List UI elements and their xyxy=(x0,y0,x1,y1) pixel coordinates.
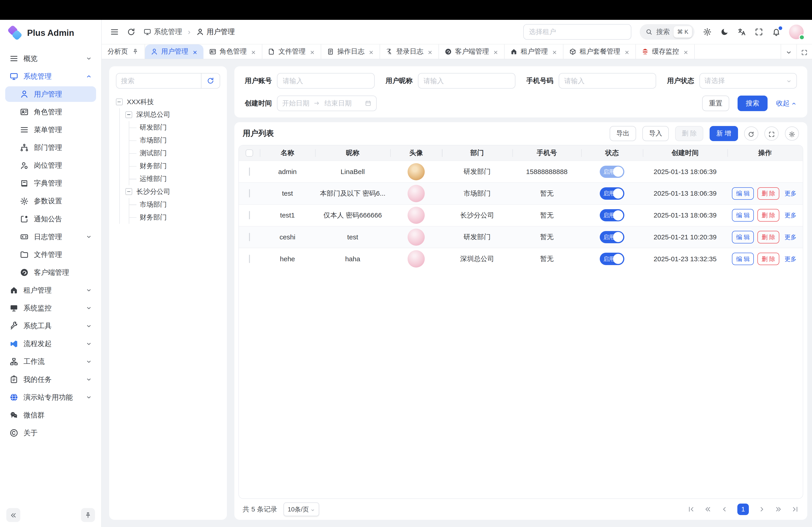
delete-button[interactable]: 删 除 xyxy=(757,253,779,265)
sidebar-item-客户端管理[interactable]: 客户端管理 xyxy=(5,265,96,280)
sidebar-item-系统工具[interactable]: 系统工具 xyxy=(5,318,96,334)
tree-node-研发部门[interactable]: 研发部门 xyxy=(129,121,220,134)
breadcrumb-item-user[interactable]: 用户管理 xyxy=(196,27,235,36)
edit-button[interactable]: 编 辑 xyxy=(732,187,754,200)
fullscreen-icon[interactable] xyxy=(754,28,763,36)
delete-button[interactable]: 删 除 xyxy=(757,209,779,222)
row-checkbox[interactable] xyxy=(249,211,250,219)
status-toggle[interactable]: 启用 xyxy=(600,231,624,243)
tree-node-测试部门[interactable]: 测试部门 xyxy=(129,147,220,160)
tree-collapse-box-icon[interactable] xyxy=(126,111,132,118)
tab-缓存监控[interactable]: redis缓存监控 xyxy=(636,44,695,59)
sidebar-item-我的任务[interactable]: 我的任务 xyxy=(5,372,96,387)
status-toggle[interactable]: 启用 xyxy=(600,166,624,178)
sidebar-item-通知公告[interactable]: 通知公告 xyxy=(5,211,96,227)
column-settings-button[interactable] xyxy=(785,126,799,140)
sidebar-item-演示站专用功能[interactable]: 演示站专用功能 xyxy=(5,390,96,405)
status-toggle[interactable]: 启用 xyxy=(600,209,624,221)
last-page-button[interactable] xyxy=(791,506,799,513)
sidebar-item-系统监控[interactable]: 系统监控 xyxy=(5,300,96,316)
sidebar-item-流程发起[interactable]: 流程发起 xyxy=(5,336,96,352)
edit-button[interactable]: 编 辑 xyxy=(732,231,754,243)
collapse-filters-link[interactable]: 收起 xyxy=(776,99,797,108)
tab-角色管理[interactable]: 角色管理 xyxy=(203,44,262,59)
tenant-select-input[interactable] xyxy=(523,24,631,40)
prev-5-pages-button[interactable] xyxy=(704,506,712,513)
refresh-page-icon[interactable] xyxy=(127,28,135,36)
import-button[interactable]: 导入 xyxy=(642,126,669,141)
tab-操作日志[interactable]: 操作日志 xyxy=(321,44,380,59)
close-tab-icon[interactable] xyxy=(368,49,374,54)
tree-node-市场部门[interactable]: 市场部门 xyxy=(129,134,220,147)
refresh-table-button[interactable] xyxy=(744,126,758,140)
reset-button[interactable]: 重置 xyxy=(702,95,729,111)
status-toggle[interactable]: 启用 xyxy=(600,187,624,199)
batch-delete-button[interactable]: 删 除 xyxy=(675,126,703,141)
tab-客户端管理[interactable]: 客户端管理 xyxy=(439,44,505,59)
hamburger-menu-icon[interactable] xyxy=(110,28,119,36)
page-1-button[interactable]: 1 xyxy=(737,503,749,515)
next-5-pages-button[interactable] xyxy=(774,506,782,513)
page-size-select[interactable]: 10条/页 xyxy=(284,502,319,516)
breadcrumb-item-system[interactable]: 系统管理 xyxy=(143,27,182,36)
edit-button[interactable]: 编 辑 xyxy=(732,209,754,222)
sidebar-item-文件管理[interactable]: 文件管理 xyxy=(5,247,96,262)
input-手机号码[interactable] xyxy=(559,73,656,89)
settings-gear-icon[interactable] xyxy=(703,28,712,36)
tree-refresh-button[interactable] xyxy=(201,73,220,89)
status-toggle[interactable]: 启用 xyxy=(600,253,624,265)
tab-租户管理[interactable]: 租户管理 xyxy=(505,44,563,59)
dark-mode-moon-icon[interactable] xyxy=(720,28,729,36)
user-avatar[interactable] xyxy=(789,25,804,39)
sidebar-item-用户管理[interactable]: 用户管理 xyxy=(5,86,96,102)
delete-button[interactable]: 删 除 xyxy=(757,231,779,243)
close-tab-icon[interactable] xyxy=(624,49,629,54)
sidebar-item-岗位管理[interactable]: 岗位管理 xyxy=(5,158,96,174)
more-button[interactable]: 更多 xyxy=(783,187,798,200)
edit-button[interactable]: 编 辑 xyxy=(732,253,754,265)
prev-page-button[interactable] xyxy=(721,506,728,513)
tab-文件管理[interactable]: 文件管理 xyxy=(262,44,321,59)
more-button[interactable]: 更多 xyxy=(783,231,798,243)
table-fullscreen-button[interactable] xyxy=(765,126,778,140)
input-用户昵称[interactable] xyxy=(418,73,516,89)
row-checkbox[interactable] xyxy=(249,255,250,263)
close-tab-icon[interactable] xyxy=(192,49,198,54)
export-button[interactable]: 导出 xyxy=(610,126,636,141)
input-用户账号[interactable] xyxy=(277,73,374,89)
close-tab-icon[interactable] xyxy=(552,49,557,54)
sidebar-item-概览[interactable]: 概览 xyxy=(5,51,96,66)
first-page-button[interactable] xyxy=(687,506,695,513)
row-checkbox[interactable] xyxy=(249,233,250,241)
next-page-button[interactable] xyxy=(758,506,766,513)
sidebar-item-工作流[interactable]: 工作流 xyxy=(5,354,96,370)
sidebar-item-字典管理[interactable]: 字典管理 xyxy=(5,176,96,191)
sidebar-item-部门管理[interactable]: 部门管理 xyxy=(5,140,96,155)
select-all-checkbox[interactable] xyxy=(246,149,253,157)
tab-用户管理[interactable]: 用户管理 xyxy=(145,44,203,59)
more-button[interactable]: 更多 xyxy=(783,253,798,265)
tab-登录日志[interactable]: 登录日志 xyxy=(380,44,439,59)
sidebar-item-日志管理[interactable]: 日志管理 xyxy=(5,229,96,244)
tab-分析页[interactable]: 分析页 xyxy=(102,44,145,59)
tree-search-input[interactable] xyxy=(116,73,201,89)
sidebar-item-系统管理[interactable]: 系统管理 xyxy=(5,69,96,84)
delete-button[interactable]: 删 除 xyxy=(757,187,779,200)
close-tab-icon[interactable] xyxy=(683,49,688,54)
add-user-button[interactable]: 新 增 xyxy=(710,126,738,141)
tree-collapse-box-icon[interactable] xyxy=(126,188,132,195)
sidebar-item-关于[interactable]: 关于 xyxy=(5,425,96,441)
close-tab-icon[interactable] xyxy=(427,49,433,54)
sidebar-item-参数设置[interactable]: 参数设置 xyxy=(5,193,96,209)
tree-node-财务部门[interactable]: 财务部门 xyxy=(129,160,220,172)
row-checkbox[interactable] xyxy=(249,189,250,197)
sidebar-item-微信群[interactable]: 微信群 xyxy=(5,407,96,423)
notifications-button[interactable] xyxy=(772,28,781,36)
content-fullscreen-button[interactable] xyxy=(796,44,812,59)
tree-node-XXX科技[interactable]: XXX科技 xyxy=(116,95,220,108)
global-search-button[interactable]: 搜索 ⌘ K xyxy=(640,24,695,40)
close-tab-icon[interactable] xyxy=(310,49,315,54)
tree-node-长沙分公司[interactable]: 长沙分公司 xyxy=(120,185,220,198)
pin-sidebar-button[interactable] xyxy=(81,508,95,522)
collapse-sidebar-button[interactable] xyxy=(6,508,20,522)
